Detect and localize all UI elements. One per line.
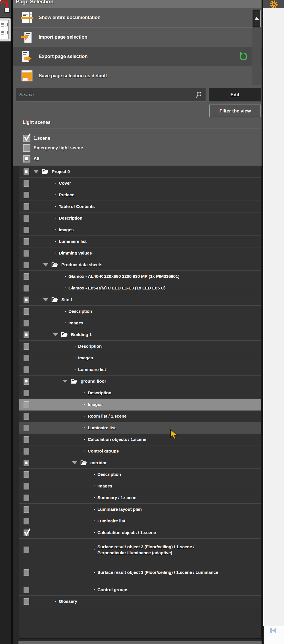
checkbox-unchecked[interactable]	[24, 413, 29, 420]
checkbox-unchecked[interactable]	[24, 518, 29, 524]
checkbox-unchecked[interactable]	[24, 355, 29, 361]
tree-page-row[interactable]: ·Description	[19, 306, 261, 317]
tree-page-row[interactable]: ·Glamox - E85-R(M) C LED E1-E3 (1x LED E…	[19, 282, 261, 294]
checkbox-unchecked[interactable]	[24, 425, 29, 431]
tree-page-row[interactable]: ·Description	[19, 341, 261, 352]
filter-view-button[interactable]: Filter the view	[209, 105, 261, 117]
menu-scrollbar[interactable]	[252, 9, 261, 85]
tree-page-row[interactable]: ·Cover	[19, 178, 261, 189]
checkbox-unchecked[interactable]	[24, 598, 29, 605]
tree-folder-row[interactable]: corridor	[19, 457, 261, 469]
checkbox-unchecked[interactable]	[24, 250, 29, 257]
tree-page-row[interactable]: ·Images	[19, 224, 261, 236]
tree-page-row[interactable]: ·Glamox - AL40-R 220x680 2200 830 MP (1x…	[19, 271, 261, 282]
tree-page-row[interactable]: ·Surface result object 3 (Floor/ceiling)…	[19, 539, 261, 561]
tree-folder-row[interactable]: Project 0	[19, 166, 261, 178]
checkbox-unchecked[interactable]	[24, 320, 29, 326]
checkbox-checked[interactable]	[24, 530, 29, 536]
expand-triangle-icon[interactable]	[62, 380, 68, 383]
checkbox-unchecked[interactable]	[24, 366, 29, 373]
tree-folder-row[interactable]: Site 1	[19, 294, 261, 306]
tree-page-row[interactable]: ·Description	[19, 212, 261, 224]
skip-to-start-icon[interactable]	[269, 631, 277, 635]
menu-item[interactable]: Import page selection	[13, 27, 262, 47]
tree-page-row[interactable]: ·Room list / 1.scene	[19, 410, 261, 422]
menu-item[interactable]: Export page selection	[13, 47, 262, 66]
refresh-icon[interactable]	[239, 52, 248, 61]
bullet-icon: ·	[94, 570, 97, 575]
checkbox-partial[interactable]	[24, 378, 29, 385]
tree-page-row[interactable]: ·Control groups	[19, 584, 261, 596]
checkbox-partial[interactable]	[24, 332, 29, 338]
checkbox-unchecked[interactable]	[24, 587, 29, 593]
scroll-up-button[interactable]	[253, 10, 261, 27]
expand-triangle-icon[interactable]	[43, 263, 48, 266]
tree-page-row[interactable]: ·Surface result object 3 (Floor/ceiling)…	[19, 561, 261, 584]
expand-triangle-icon[interactable]	[43, 298, 48, 301]
project-structure-button[interactable]	[0, 0, 11, 16]
checkbox-partial[interactable]	[24, 168, 29, 175]
tree-page-row[interactable]: ·Preface	[19, 189, 261, 201]
checkbox-partial[interactable]	[24, 460, 29, 466]
checkbox-unchecked[interactable]	[24, 308, 29, 315]
checkbox-unchecked[interactable]	[24, 227, 29, 233]
tree-page-row[interactable]: ·Images	[19, 399, 261, 410]
expand-triangle-icon[interactable]	[53, 333, 58, 336]
checkbox-unchecked[interactable]	[24, 215, 29, 222]
checkbox-unchecked[interactable]	[24, 471, 29, 478]
tree-folder-row[interactable]: ground floor	[19, 376, 261, 387]
tree-page-row[interactable]: ·Calculation objects / 1.scene	[19, 527, 261, 539]
tree-page-row[interactable]: ·Images	[19, 480, 261, 492]
tree-page-row[interactable]: ·Luminaire layout plan	[19, 504, 261, 515]
tree-page-row[interactable]: ·Dimming values	[19, 247, 261, 259]
checkbox-unchecked[interactable]	[24, 180, 29, 187]
tree-page-row[interactable]: ·Description	[19, 387, 261, 399]
edit-button[interactable]: Edit	[209, 88, 261, 101]
checkbox-unchecked[interactable]	[24, 343, 29, 350]
checkbox-checked[interactable]	[23, 135, 30, 142]
tree-folder-row[interactable]: Building 1	[19, 329, 261, 341]
search-input[interactable]	[16, 88, 206, 101]
tree-page-row[interactable]: ·Table of Contents	[19, 201, 261, 212]
tree-page-row[interactable]: ·Calculation objects / 1.scene	[19, 434, 261, 445]
tree-page-row[interactable]: ·Luminaire list	[19, 515, 261, 527]
tree-page-row[interactable]: ·Glossary	[19, 596, 261, 607]
tree-row-label: Table of Contents	[59, 203, 96, 211]
tree-page-row[interactable]: ·Images	[19, 317, 261, 329]
light-scene-option[interactable]: Emergency light scene	[23, 144, 83, 152]
checkbox-partial[interactable]	[23, 155, 30, 162]
tree-page-row[interactable]: ·Luminaire list	[19, 364, 261, 376]
checkbox-unchecked[interactable]	[24, 238, 29, 245]
checkbox-unchecked[interactable]	[24, 203, 29, 210]
checkbox-partial[interactable]	[24, 297, 29, 303]
menu-item[interactable]: Save page selection as default	[13, 66, 262, 85]
checkbox-unchecked[interactable]	[24, 569, 29, 576]
checkbox-unchecked[interactable]	[24, 262, 29, 268]
checkbox-unchecked[interactable]	[24, 273, 29, 280]
light-scene-option[interactable]: 1.scene	[23, 135, 50, 142]
expand-triangle-icon[interactable]	[72, 461, 77, 464]
tree-page-row[interactable]: ·Description	[19, 469, 261, 480]
page-selection-button[interactable]	[0, 18, 11, 41]
checkbox-unchecked[interactable]	[24, 192, 29, 198]
checkbox-unchecked[interactable]	[24, 495, 29, 501]
menu-item[interactable]: Show entire documentation	[13, 8, 262, 27]
expand-triangle-icon[interactable]	[34, 170, 39, 173]
checkbox-unchecked[interactable]	[24, 547, 29, 553]
tree-page-row[interactable]: ·Images	[19, 352, 261, 364]
tree-page-row[interactable]: ·Control groups	[19, 445, 261, 457]
checkbox-unchecked[interactable]	[24, 448, 29, 455]
checkbox-unchecked[interactable]	[23, 144, 30, 152]
tree-page-row[interactable]: ·Luminaire list	[19, 236, 261, 247]
checkbox-unchecked[interactable]	[24, 506, 29, 513]
checkbox-unchecked[interactable]	[24, 285, 29, 291]
gear-icon[interactable]	[270, 0, 278, 9]
checkbox-unchecked[interactable]	[24, 436, 29, 443]
checkbox-unchecked[interactable]	[24, 390, 29, 396]
checkbox-unchecked[interactable]	[24, 401, 29, 408]
tree-page-row[interactable]: ·Luminaire list	[19, 422, 261, 434]
tree-folder-row[interactable]: Product data sheets	[19, 259, 261, 271]
tree-page-row[interactable]: ·Summary / 1.scene	[19, 492, 261, 504]
light-scene-option[interactable]: All	[23, 155, 39, 162]
checkbox-unchecked[interactable]	[24, 483, 29, 489]
